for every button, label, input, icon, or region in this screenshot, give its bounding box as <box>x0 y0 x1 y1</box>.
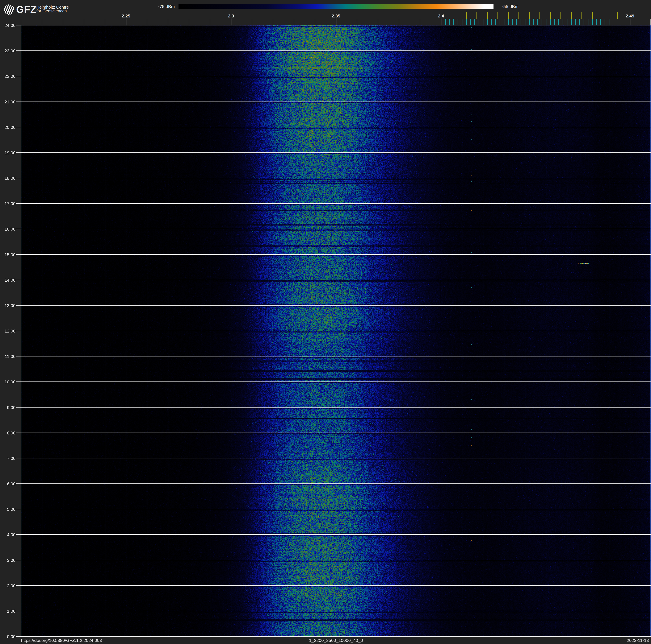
bluetooth-channel-tick <box>546 19 547 25</box>
bluetooth-channel-tick <box>609 19 610 25</box>
dataset-id-text: 1_2200_2500_10000_40_0 <box>21 638 651 643</box>
hour-label: 1:00 <box>0 609 16 614</box>
bluetooth-channel-tick <box>541 19 542 25</box>
x-minor-tick <box>315 19 315 25</box>
hour-label: 20:00 <box>0 125 16 130</box>
hour-label: 23:00 <box>0 48 16 53</box>
x-minor-tick <box>168 19 168 25</box>
hour-label: 22:00 <box>0 74 16 79</box>
bluetooth-channel-tick <box>504 19 504 25</box>
wifi-channel-tick <box>497 12 498 19</box>
x-minor-tick <box>42 19 42 25</box>
hour-label: 13:00 <box>0 303 16 308</box>
bluetooth-channel-tick <box>512 19 513 25</box>
bluetooth-channel-tick <box>550 19 551 25</box>
bluetooth-channel-tick <box>596 19 597 25</box>
bluetooth-channel-tick <box>537 19 538 25</box>
bluetooth-channel-tick <box>466 19 467 25</box>
hour-label: 4:00 <box>0 532 16 537</box>
hour-label: 24:00 <box>0 23 16 28</box>
hour-label: 11:00 <box>0 354 16 359</box>
bluetooth-channel-tick <box>500 19 500 25</box>
bluetooth-channel-tick <box>508 19 508 25</box>
x-tick-label: 2.25 <box>111 13 141 19</box>
x-minor-tick <box>105 19 105 25</box>
bluetooth-channel-tick <box>563 19 563 25</box>
time-axis: 24:0023:0022:0021:0020:0019:0018:0017:00… <box>0 0 21 644</box>
x-tick-label: 2.49 <box>615 13 645 19</box>
x-minor-tick <box>357 19 357 25</box>
bluetooth-channel-tick <box>483 19 484 25</box>
hour-label: 12:00 <box>0 328 16 333</box>
bluetooth-channel-tick <box>592 19 593 25</box>
bluetooth-channel-tick <box>600 19 601 25</box>
spectrogram-plot <box>21 25 651 636</box>
hour-label: 0:00 <box>0 634 16 639</box>
wifi-channel-tick <box>476 12 477 19</box>
bluetooth-channel-tick <box>525 19 525 25</box>
hour-label: 3:00 <box>0 558 16 563</box>
wifi-channel-tick <box>519 12 519 19</box>
bluetooth-channel-tick <box>575 19 576 25</box>
spectrogram-canvas <box>21 25 651 636</box>
x-minor-tick <box>399 19 399 25</box>
wifi-channel-tick <box>571 12 571 19</box>
x-major-tick <box>126 19 126 25</box>
bluetooth-channel-tick <box>449 19 450 25</box>
bluetooth-channel-tick <box>529 19 530 25</box>
hour-label: 15:00 <box>0 252 16 257</box>
wifi-channel-tick <box>550 12 551 19</box>
x-minor-tick <box>252 19 252 25</box>
bluetooth-channel-tick <box>558 19 559 25</box>
x-tick-label: 2.3 <box>216 13 246 19</box>
wifi-channel-tick <box>529 12 530 19</box>
wifi-channel-tick <box>560 12 561 19</box>
bluetooth-channel-tick <box>491 19 492 25</box>
bluetooth-channel-tick <box>588 19 588 25</box>
bluetooth-channel-tick <box>521 19 521 25</box>
hour-label: 9:00 <box>0 405 16 410</box>
x-major-tick <box>441 19 441 25</box>
bluetooth-channel-tick <box>495 19 496 25</box>
x-major-tick <box>630 19 630 25</box>
x-minor-tick <box>63 19 63 25</box>
bluetooth-channel-tick <box>458 19 458 25</box>
x-tick-label: 2.4 <box>426 13 456 19</box>
x-minor-tick <box>420 19 420 25</box>
date-text: 2023-11-13 <box>627 638 649 643</box>
wifi-channel-tick <box>487 12 488 19</box>
x-minor-tick <box>650 19 651 25</box>
bluetooth-channel-tick <box>554 19 555 25</box>
wifi-channel-tick <box>539 12 540 19</box>
hour-label: 19:00 <box>0 150 16 155</box>
hour-gridline <box>17 636 651 637</box>
hour-label: 7:00 <box>0 456 16 461</box>
hour-label: 21:00 <box>0 99 16 105</box>
x-tick-label: 2.35 <box>321 13 351 19</box>
x-minor-tick <box>273 19 273 25</box>
x-minor-tick <box>210 19 210 25</box>
wifi-channel-tick <box>582 12 582 19</box>
bluetooth-channel-tick <box>517 19 517 25</box>
bluetooth-channel-tick <box>533 19 534 25</box>
wifi-channel-tick <box>466 12 467 19</box>
x-minor-tick <box>84 19 84 25</box>
hour-label: 10:00 <box>0 379 16 384</box>
x-minor-tick <box>189 19 189 25</box>
bluetooth-channel-tick <box>445 19 445 25</box>
bluetooth-channel-tick <box>470 19 471 25</box>
hour-label: 2:00 <box>0 583 16 588</box>
x-major-tick <box>231 19 231 25</box>
bluetooth-channel-tick <box>579 19 580 25</box>
bluetooth-channel-tick <box>454 19 454 25</box>
hour-label: 5:00 <box>0 507 16 512</box>
x-major-tick <box>336 19 336 25</box>
bluetooth-channel-tick <box>604 19 605 25</box>
hour-label: 8:00 <box>0 431 16 436</box>
wifi-channel-tick <box>592 12 593 19</box>
x-minor-tick <box>378 19 378 25</box>
hour-label: 14:00 <box>0 277 16 283</box>
hour-label: 16:00 <box>0 227 16 232</box>
wifi-channel-tick <box>508 12 508 19</box>
wifi-channel-tick <box>617 12 618 19</box>
